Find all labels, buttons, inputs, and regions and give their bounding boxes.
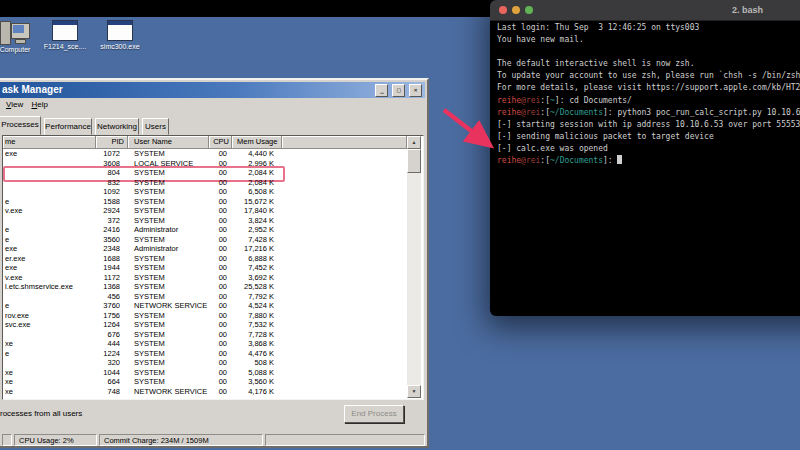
cell-pid: 372: [96, 216, 120, 226]
process-row[interactable]: 1092SYSTEM006,508 K: [3, 187, 407, 197]
cell-cpu: 00: [209, 349, 227, 359]
task-manager-titlebar[interactable]: ask Manager _ □ ✕: [0, 82, 425, 98]
desktop-icon-computer[interactable]: Computer: [0, 20, 36, 53]
end-process-button[interactable]: End Process: [344, 405, 404, 423]
cell-cpu: 00: [209, 149, 227, 159]
process-row[interactable]: v.exe1172SYSTEM003,692 K: [3, 273, 407, 283]
tab-networking[interactable]: Networking: [95, 118, 139, 135]
terminal-text-segment: :[: [540, 156, 550, 165]
process-row[interactable]: e3760NETWORK SERVICE004,524 K: [3, 301, 407, 311]
cell-pid: 1756: [96, 311, 120, 321]
terminal-line: [-] sending malicious packet to target d…: [497, 131, 800, 143]
close-button[interactable]: ✕: [409, 84, 422, 97]
column-header-user-name[interactable]: User Name: [128, 136, 209, 149]
cell-user: SYSTEM: [134, 358, 165, 368]
cell-user: SYSTEM: [134, 377, 165, 387]
process-row[interactable]: 804SYSTEM002,084 K: [3, 168, 407, 178]
cell-cpu: 00: [209, 178, 227, 188]
process-row[interactable]: er.exe1688SYSTEM006,888 K: [3, 254, 407, 264]
cell-name: xe: [5, 368, 13, 378]
process-row[interactable]: xe444SYSTEM003,868 K: [3, 339, 407, 349]
terminal-titlebar[interactable]: 2. bash: [490, 0, 800, 21]
process-row[interactable]: 456SYSTEM007,792 K: [3, 292, 407, 302]
cell-pid: 320: [96, 358, 120, 368]
process-row[interactable]: 3608LOCAL SERVICE002,996 K: [3, 159, 407, 169]
terminal-text-segment: @rei: [521, 96, 540, 105]
process-row[interactable]: 832SYSTEM002,084 K: [3, 178, 407, 188]
close-traffic-light-icon[interactable]: [499, 6, 507, 14]
terminal-text-segment: The default interactive shell is now zsh…: [497, 59, 694, 68]
minimize-traffic-light-icon[interactable]: [512, 6, 520, 14]
desktop-icon-simc300[interactable]: simc300.exe: [96, 20, 144, 50]
minimize-button[interactable]: _: [375, 84, 388, 97]
cell-user: SYSTEM: [134, 320, 165, 330]
cell-cpu: 00: [209, 320, 227, 330]
process-row[interactable]: rov.exe1756SYSTEM007,880 K: [3, 311, 407, 321]
column-header-pid[interactable]: PID: [96, 136, 128, 149]
tab-performance[interactable]: Performance: [44, 118, 92, 135]
tab-users[interactable]: Users: [142, 118, 169, 135]
cell-mem: 25,528 K: [232, 282, 274, 292]
menu-bar: View Help: [0, 98, 425, 112]
process-row[interactable]: e2416Administrator002,952 K: [3, 225, 407, 235]
tab-processes[interactable]: Processes: [0, 116, 41, 135]
process-row[interactable]: exe1072SYSTEM004,440 K: [3, 149, 407, 159]
menu-view[interactable]: View: [6, 98, 23, 112]
cell-mem: 4,524 K: [232, 301, 274, 311]
process-row[interactable]: v.exe2924SYSTEM0017,840 K: [3, 206, 407, 216]
maximize-button[interactable]: □: [392, 84, 405, 97]
scroll-down-icon[interactable]: ▼: [407, 385, 421, 398]
process-row[interactable]: 320SYSTEM00508 K: [3, 358, 407, 368]
cell-cpu: 00: [209, 377, 227, 387]
cell-name: rov.exe: [5, 311, 29, 321]
terminal-line: The default interactive shell is now zsh…: [497, 58, 800, 70]
process-row[interactable]: exe1944SYSTEM007,452 K: [3, 263, 407, 273]
process-row[interactable]: exe2348Administrator0017,216 K: [3, 244, 407, 254]
scrollbar-thumb[interactable]: [407, 149, 421, 173]
process-row[interactable]: l.etc.shmservice.exe1368SYSTEM0025,528 K: [3, 282, 407, 292]
scrollbar-track[interactable]: [407, 149, 421, 385]
cell-user: NETWORK SERVICE: [134, 301, 207, 311]
menu-help[interactable]: Help: [31, 98, 47, 112]
desktop-icon-f1214[interactable]: F1214_sce....: [42, 20, 88, 50]
desktop-icon-label: F1214_sce....: [42, 43, 88, 50]
terminal-line: [-] calc.exe was opened: [497, 143, 800, 155]
process-row[interactable]: e3560SYSTEM007,428 K: [3, 235, 407, 245]
column-header-cpu[interactable]: CPU: [209, 136, 232, 149]
process-row[interactable]: 372SYSTEM003,824 K: [3, 216, 407, 226]
cell-mem: 2,952 K: [232, 225, 274, 235]
process-row[interactable]: xe1044SYSTEM005,088 K: [3, 368, 407, 378]
terminal-output[interactable]: Last login: Thu Sep 3 12:46:25 on ttys00…: [497, 22, 800, 316]
cell-name: xe: [5, 387, 13, 397]
desktop-icon-label: Computer: [0, 46, 36, 53]
cell-mem: 17,216 K: [232, 244, 274, 254]
cell-user: SYSTEM: [134, 254, 165, 264]
cell-pid: 804: [96, 168, 120, 178]
terminal-window: 2. bash Last login: Thu Sep 3 12:46:25 o…: [490, 0, 800, 316]
cell-user: Administrator: [134, 225, 178, 235]
terminal-text-segment: reihe: [497, 156, 521, 165]
process-row[interactable]: e1224SYSTEM004,476 K: [3, 349, 407, 359]
column-header-image-name[interactable]: me: [3, 136, 96, 149]
cell-pid: 3608: [96, 159, 120, 169]
cell-cpu: 00: [209, 282, 227, 292]
cell-cpu: 00: [209, 387, 227, 397]
terminal-text-segment: [-] starting session with ip address 10.…: [497, 120, 800, 129]
process-row[interactable]: xe748NETWORK SERVICE004,176 K: [3, 387, 407, 397]
zoom-traffic-light-icon[interactable]: [525, 6, 533, 14]
process-row[interactable]: 676SYSTEM007,728 K: [3, 330, 407, 340]
screen: Computer F1214_sce.... simc300.exe ask M…: [0, 0, 800, 450]
column-header-mem-usage[interactable]: Mem Usage: [232, 136, 282, 149]
scroll-up-icon[interactable]: ▲: [407, 136, 421, 149]
process-row[interactable]: xe664SYSTEM003,560 K: [3, 377, 407, 387]
cell-user: SYSTEM: [134, 216, 165, 226]
cell-user: SYSTEM: [134, 206, 165, 216]
cell-name: l.etc.shmservice.exe: [5, 282, 73, 292]
process-row[interactable]: e1588SYSTEM0015,672 K: [3, 197, 407, 207]
show-all-processes-label[interactable]: rocesses from all users: [0, 409, 82, 418]
process-row[interactable]: svc.exe1264SYSTEM007,532 K: [3, 320, 407, 330]
cell-mem: 7,428 K: [232, 235, 274, 245]
cell-user: SYSTEM: [134, 273, 165, 283]
cell-mem: 7,792 K: [232, 292, 274, 302]
cell-name: v.exe: [5, 273, 22, 283]
